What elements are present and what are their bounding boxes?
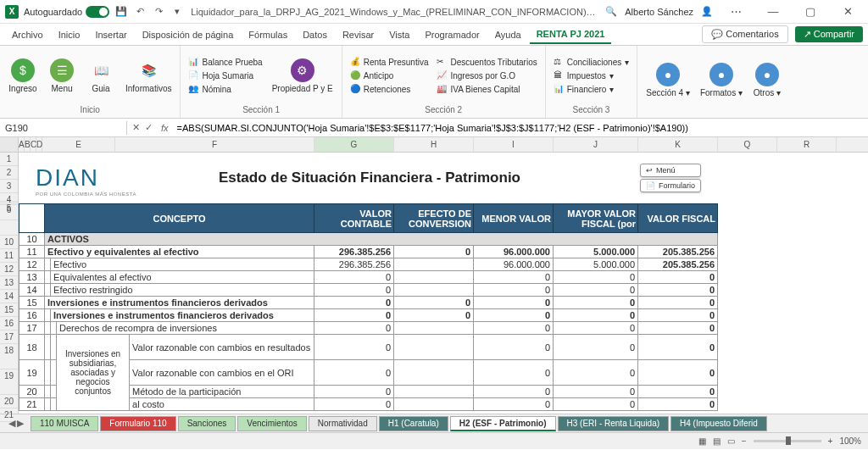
row-11[interactable]: 11: [0, 249, 18, 263]
zoom-slider[interactable]: [754, 440, 821, 442]
col-A[interactable]: A: [19, 137, 25, 152]
user-avatar-icon[interactable]: 👤: [700, 5, 714, 19]
row-19[interactable]: 19: [0, 369, 18, 395]
ribbon-otros[interactable]: ●Otros ▾: [749, 61, 785, 99]
zoom-out-icon[interactable]: −: [742, 436, 747, 446]
minimize-button[interactable]: —: [758, 0, 788, 24]
ribbon-informativos[interactable]: 📚Informativos: [122, 57, 175, 95]
table-row[interactable]: 16Inversiones e instrumentos financieros…: [19, 309, 718, 322]
table-row[interactable]: 15Inversiones e instrumentos financieros…: [19, 297, 718, 309]
row-1[interactable]: 1: [0, 153, 18, 166]
menu-formulas[interactable]: Fórmulas: [242, 26, 294, 43]
col-H[interactable]: H: [394, 137, 474, 152]
menu-data[interactable]: Datos: [296, 26, 334, 43]
table-row[interactable]: 10ACTIVOS: [19, 233, 718, 246]
tab-next-icon[interactable]: ▶: [17, 418, 24, 429]
menu-insert[interactable]: Insertar: [88, 26, 133, 43]
col-Q[interactable]: Q: [718, 137, 777, 152]
ribbon-retenciones[interactable]: 🔵Retenciones: [348, 83, 431, 95]
col-F[interactable]: F: [115, 137, 314, 152]
cancel-icon[interactable]: ✕: [132, 122, 140, 133]
row-[interactable]: [0, 220, 18, 236]
row-16[interactable]: 16: [0, 317, 18, 331]
menu-review[interactable]: Revisar: [336, 26, 381, 43]
maximize-button[interactable]: ▢: [795, 0, 826, 24]
ribbon-balance[interactable]: 📊Balance Prueba: [186, 56, 264, 68]
row-18[interactable]: 18: [0, 344, 18, 369]
sheet-tab[interactable]: H1 (Caratula): [379, 416, 448, 431]
ribbon-renta[interactable]: 💰Renta Presuntiva: [348, 56, 431, 68]
sheet-tab[interactable]: Sanciones: [178, 416, 236, 431]
ribbon-anticipo[interactable]: 🟢Anticipo: [348, 69, 431, 81]
row-20[interactable]: 20: [0, 395, 18, 408]
zoom-in-icon[interactable]: +: [828, 436, 833, 446]
ribbon-descuentos[interactable]: ✂Descuentos Tributarios: [434, 56, 539, 68]
ribbon-impuestos[interactable]: 🏛Impuestos ▾: [551, 69, 632, 81]
row-14[interactable]: 14: [0, 290, 18, 303]
table-row[interactable]: 14Efectivo restringido0000: [19, 284, 718, 297]
ribbon-ingreso[interactable]: $Ingreso: [5, 57, 41, 95]
sheet-tab[interactable]: Normatividad: [309, 416, 377, 431]
table-row[interactable]: 17Derechos de recompra de inversiones000…: [19, 322, 718, 335]
ribbon-ingresos[interactable]: 📈Ingresos por G.O: [434, 69, 539, 81]
ribbon-seccion4[interactable]: ●Sección 4 ▾: [643, 61, 693, 99]
col-R[interactable]: R: [777, 137, 837, 152]
row-13[interactable]: 13: [0, 276, 18, 290]
ribbon-guia[interactable]: 📖Guia: [83, 57, 119, 95]
row-3[interactable]: 3: [0, 180, 18, 193]
view-normal-icon[interactable]: ▦: [698, 436, 706, 446]
menu-button[interactable]: ↩ Menú: [640, 164, 701, 177]
sheet-tab[interactable]: Vencimientos: [237, 416, 306, 431]
table-row[interactable]: 11Efectivo y equivalentes al efectivo296…: [19, 246, 718, 258]
autosave-toggle[interactable]: [86, 6, 109, 18]
row-4[interactable]: 4: [0, 193, 18, 202]
menu-dev[interactable]: Programador: [418, 26, 486, 43]
col-I[interactable]: I: [474, 137, 554, 152]
ribbon-hoja[interactable]: 📄Hoja Sumaria: [186, 69, 264, 81]
col-D[interactable]: D: [36, 137, 42, 152]
menu-help[interactable]: Ayuda: [488, 26, 528, 43]
table-row[interactable]: 12Efectivo296.385.25696.000.0005.000.000…: [19, 258, 718, 271]
col-B[interactable]: B: [25, 137, 31, 152]
col-G[interactable]: G: [314, 137, 394, 152]
row-15[interactable]: 15: [0, 303, 18, 317]
zoom-level[interactable]: 100%: [839, 436, 861, 446]
fx-icon[interactable]: fx: [158, 123, 172, 133]
ribbon-conciliaciones[interactable]: ⚖Conciliaciones ▾: [551, 56, 632, 68]
sheet-tab[interactable]: H3 (ERI - Renta Liquida): [558, 416, 670, 431]
save-icon[interactable]: 💾: [114, 5, 128, 19]
ribbon-nomina[interactable]: 👥Nómina: [186, 83, 264, 95]
ribbon-options-icon[interactable]: ⋯: [721, 0, 751, 24]
menu-home[interactable]: Inicio: [52, 26, 87, 43]
table-row[interactable]: 13Equivalentes al efectivo0000: [19, 271, 718, 284]
col-J[interactable]: J: [554, 137, 638, 152]
row-17[interactable]: 17: [0, 331, 18, 344]
close-button[interactable]: ✕: [832, 0, 863, 24]
sheet-tab[interactable]: Formulario 110: [100, 416, 175, 431]
undo-icon[interactable]: ↶: [133, 5, 147, 19]
ribbon-financiero[interactable]: 📊Financiero ▾: [551, 83, 632, 95]
share-button[interactable]: ↗ Compartir: [795, 26, 863, 42]
name-box[interactable]: G190: [0, 121, 127, 135]
menu-renta[interactable]: RENTA PJ 2021: [530, 25, 612, 44]
col-E[interactable]: E: [42, 137, 115, 152]
formula-input[interactable]: [172, 121, 868, 135]
sheet-tab[interactable]: H2 (ESF - Patrimonio): [450, 416, 556, 431]
ribbon-formatos[interactable]: ●Formatos ▾: [697, 61, 746, 99]
view-page-icon[interactable]: ▤: [713, 436, 721, 446]
sheet-tab[interactable]: H4 (Impuesto Diferid: [670, 416, 767, 431]
table-row[interactable]: 18Inversiones en subsidiarias, asociadas…: [19, 335, 718, 360]
tab-prev-icon[interactable]: ◀: [8, 418, 15, 429]
col-K[interactable]: K: [638, 137, 718, 152]
search-icon[interactable]: 🔍: [604, 5, 618, 19]
qat-dropdown-icon[interactable]: ▾: [170, 5, 184, 19]
row-12[interactable]: 12: [0, 263, 18, 276]
col-C[interactable]: C: [31, 137, 36, 152]
comments-button[interactable]: 💬 Comentarios: [702, 25, 787, 43]
enter-icon[interactable]: ✓: [145, 122, 153, 133]
redo-icon[interactable]: ↷: [152, 5, 165, 19]
menu-layout[interactable]: Disposición de página: [136, 26, 241, 43]
ribbon-iva[interactable]: 🏭IVA Bienes Capital: [434, 83, 539, 95]
select-all[interactable]: [0, 137, 19, 152]
menu-file[interactable]: Archivo: [5, 26, 50, 43]
